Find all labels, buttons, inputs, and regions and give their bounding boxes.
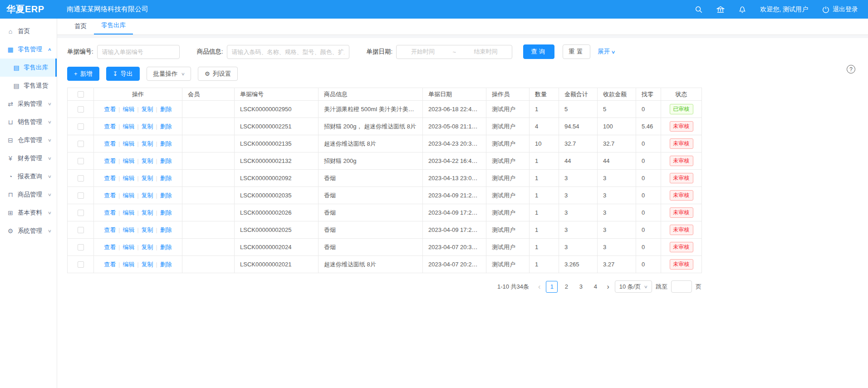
select-all-checkbox[interactable] xyxy=(78,91,84,98)
row-checkbox[interactable] xyxy=(78,175,84,182)
copy-link[interactable]: 复制 xyxy=(142,226,153,233)
view-link[interactable]: 查看 xyxy=(104,244,116,250)
sidebar-item-home[interactable]: ⌂首页 xyxy=(0,22,57,40)
sidebar-item-sales-mgmt[interactable]: ⊔销售管理∨ xyxy=(0,113,57,131)
delete-link[interactable]: 删除 xyxy=(160,261,172,268)
batch-ops-button[interactable]: 批量操作 ∨ xyxy=(147,67,191,81)
date-cell: 2023-05-08 21:12:10 xyxy=(423,118,486,135)
copy-link[interactable]: 复制 xyxy=(142,157,153,164)
row-checkbox[interactable] xyxy=(78,123,84,130)
delete-link[interactable]: 删除 xyxy=(160,192,172,199)
jump-page-input[interactable] xyxy=(671,280,692,293)
sidebar-item-purchase-mgmt[interactable]: ⇄采购管理∨ xyxy=(0,95,57,113)
expand-toggle[interactable]: 展开 ∨ xyxy=(598,48,615,56)
edit-link[interactable]: 编辑 xyxy=(123,226,134,233)
next-page-button[interactable]: › xyxy=(605,283,611,290)
bill-no-input[interactable] xyxy=(97,45,180,59)
sidebar-item-base-data[interactable]: ⊞基本资料∨ xyxy=(0,204,57,222)
delete-link[interactable]: 删除 xyxy=(160,209,172,216)
search-icon[interactable] xyxy=(695,5,703,14)
delete-link[interactable]: 删除 xyxy=(160,157,172,164)
edit-link[interactable]: 编辑 xyxy=(123,175,134,182)
edit-link[interactable]: 编辑 xyxy=(123,209,134,216)
edit-link[interactable]: 编辑 xyxy=(123,123,134,130)
goods-info-input[interactable] xyxy=(227,45,349,59)
sidebar-item-system-mgmt[interactable]: ⚙系统管理∨ xyxy=(0,222,57,240)
sidebar-item-retail-outbound[interactable]: ▤零售出库 xyxy=(0,59,57,77)
retail-outbound-table: 操作会员单据编号商品信息单据日期操作员数量金额合计收款金额找零状态查看|编辑|复… xyxy=(67,88,701,273)
add-button[interactable]: + 新增 xyxy=(67,67,99,81)
row-checkbox[interactable] xyxy=(78,158,84,164)
view-link[interactable]: 查看 xyxy=(104,175,116,182)
view-link[interactable]: 查看 xyxy=(104,261,116,268)
page-button-3[interactable]: 3 xyxy=(575,281,587,293)
file-icon: ▤ xyxy=(13,82,20,89)
sidebar-item-finance-mgmt[interactable]: ¥财务管理∨ xyxy=(0,149,57,167)
row-checkbox[interactable] xyxy=(78,106,84,113)
copy-link[interactable]: 复制 xyxy=(142,140,153,147)
row-checkbox[interactable] xyxy=(78,210,84,216)
delete-link[interactable]: 删除 xyxy=(160,140,172,147)
logout-button[interactable]: 退出登录 xyxy=(822,5,858,14)
view-link[interactable]: 查看 xyxy=(104,140,116,147)
sidebar-item-goods-mgmt[interactable]: ⊓商品管理∨ xyxy=(0,186,57,204)
view-link[interactable]: 查看 xyxy=(104,209,116,216)
edit-link[interactable]: 编辑 xyxy=(123,192,134,199)
file-icon: ▤ xyxy=(13,64,20,71)
sidebar-item-report-query[interactable]: ◔报表查询∨ xyxy=(0,167,57,186)
bill-date-range-input[interactable]: 开始时间 ~ 结束时间 xyxy=(396,45,512,59)
tab-home[interactable]: 首页 xyxy=(67,19,94,34)
page-button-1[interactable]: 1 xyxy=(546,281,558,293)
copy-link[interactable]: 复制 xyxy=(142,106,153,113)
column-settings-button[interactable]: ⚙ 列设置 xyxy=(198,67,238,81)
prev-page-button[interactable]: ‹ xyxy=(536,283,542,290)
operator-cell: 测试用户 xyxy=(486,204,530,221)
sidebar-item-warehouse-mgmt[interactable]: ⊟仓库管理∨ xyxy=(0,131,57,149)
view-link[interactable]: 查看 xyxy=(104,192,116,199)
edit-link[interactable]: 编辑 xyxy=(123,106,134,113)
app-logo[interactable]: 华夏ERP xyxy=(0,3,57,15)
sidebar-item-retail-mgmt[interactable]: ▦零售管理∧ xyxy=(0,40,57,59)
operator-cell: 测试用户 xyxy=(486,256,530,273)
tab-retail-outbound[interactable]: 零售出库 xyxy=(94,18,133,34)
delete-link[interactable]: 删除 xyxy=(160,106,172,113)
page-button-4[interactable]: 4 xyxy=(589,281,601,293)
action-divider: | xyxy=(156,261,157,268)
view-link[interactable]: 查看 xyxy=(104,157,116,164)
row-checkbox[interactable] xyxy=(78,261,84,268)
content-panel: 单据编号: 商品信息: 单据日期: 开始时间 ~ 结束时间 查询 重置 展开 ∨… xyxy=(57,38,868,293)
row-checkbox[interactable] xyxy=(78,244,84,250)
help-icon[interactable]: ? xyxy=(847,65,855,74)
view-link[interactable]: 查看 xyxy=(104,106,116,113)
row-checkbox[interactable] xyxy=(78,141,84,147)
page-size-select[interactable]: 10 条/页 ∨ xyxy=(615,280,652,293)
edit-link[interactable]: 编辑 xyxy=(123,244,134,250)
delete-link[interactable]: 删除 xyxy=(160,175,172,182)
copy-link[interactable]: 复制 xyxy=(142,209,153,216)
action-divider: | xyxy=(137,106,138,113)
copy-link[interactable]: 复制 xyxy=(142,192,153,199)
edit-link[interactable]: 编辑 xyxy=(123,261,134,268)
search-button[interactable]: 查询 xyxy=(523,44,554,59)
bell-icon[interactable] xyxy=(738,5,746,14)
view-link[interactable]: 查看 xyxy=(104,123,116,130)
sidebar-item-retail-return[interactable]: ▤零售退货 xyxy=(0,77,57,95)
status-cell: 未审核 xyxy=(661,170,702,187)
copy-link[interactable]: 复制 xyxy=(142,175,153,182)
action-divider: | xyxy=(156,106,157,113)
page-button-2[interactable]: 2 xyxy=(560,281,572,293)
export-button[interactable]: ↧ 导出 xyxy=(106,67,140,81)
edit-link[interactable]: 编辑 xyxy=(123,157,134,164)
edit-link[interactable]: 编辑 xyxy=(123,140,134,147)
copy-link[interactable]: 复制 xyxy=(142,244,153,250)
row-checkbox[interactable] xyxy=(78,227,84,233)
platform-icon[interactable] xyxy=(716,5,725,14)
delete-link[interactable]: 删除 xyxy=(160,244,172,250)
copy-link[interactable]: 复制 xyxy=(142,261,153,268)
row-checkbox[interactable] xyxy=(78,192,84,199)
copy-link[interactable]: 复制 xyxy=(142,123,153,130)
reset-button[interactable]: 重置 xyxy=(563,44,590,59)
view-link[interactable]: 查看 xyxy=(104,226,116,233)
delete-link[interactable]: 删除 xyxy=(160,123,172,130)
delete-link[interactable]: 删除 xyxy=(160,226,172,233)
